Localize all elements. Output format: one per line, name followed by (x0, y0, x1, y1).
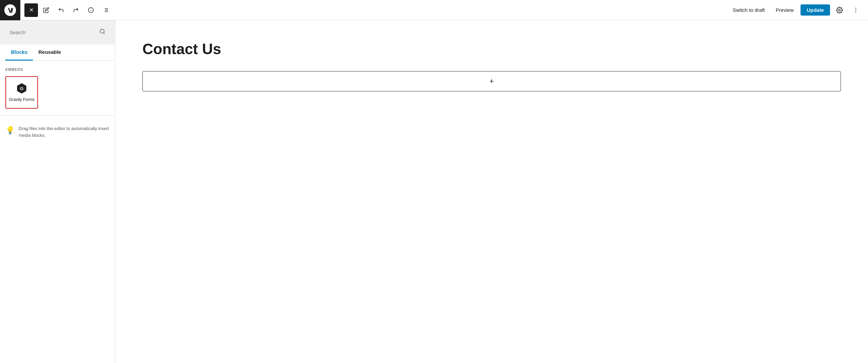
info-button[interactable] (84, 3, 98, 17)
svg-point-12 (855, 12, 856, 13)
sidebar: Blocks Reusable EMBEDS G Gravity Forms 💡 (0, 20, 115, 363)
tip-section: 💡 Drag files into the editor to automati… (0, 119, 115, 145)
preview-button[interactable]: Preview (772, 4, 798, 16)
list-view-button[interactable] (99, 3, 113, 17)
tip-text: Drag files into the editor to automatica… (19, 125, 110, 138)
undo-button[interactable] (54, 3, 68, 17)
tip-icon: 💡 (5, 126, 15, 135)
gravity-forms-label: Gravity Forms (9, 97, 34, 103)
toolbar: ✕ Switch to draft Preview Update (0, 0, 868, 20)
toolbar-left: ✕ (20, 3, 723, 17)
section-label-embeds: EMBEDS (0, 61, 115, 75)
gravity-forms-block[interactable]: G Gravity Forms (5, 76, 38, 109)
close-button[interactable]: ✕ (24, 3, 38, 17)
page-title: Contact Us (142, 41, 841, 58)
settings-button[interactable] (833, 3, 846, 17)
add-block-plus: + (490, 77, 494, 86)
search-bar (0, 20, 115, 44)
update-button[interactable]: Update (801, 4, 830, 16)
more-options-button[interactable] (849, 3, 863, 17)
redo-button[interactable] (69, 3, 83, 17)
svg-text:G: G (20, 86, 24, 91)
add-block-button[interactable]: + (142, 71, 841, 91)
svg-point-11 (855, 9, 856, 10)
search-input[interactable] (9, 29, 99, 35)
wp-logo (0, 0, 20, 20)
edit-button[interactable] (39, 3, 53, 17)
tab-reusable[interactable]: Reusable (33, 44, 66, 61)
svg-point-9 (839, 9, 841, 11)
gravity-forms-icon: G (16, 82, 28, 94)
main-layout: Blocks Reusable EMBEDS G Gravity Forms 💡 (0, 20, 868, 363)
tab-blocks[interactable]: Blocks (5, 44, 33, 61)
tabs: Blocks Reusable (0, 44, 115, 61)
divider (0, 115, 115, 116)
toolbar-right: Switch to draft Preview Update (723, 3, 868, 17)
switch-to-draft-button[interactable]: Switch to draft (729, 4, 769, 16)
block-grid: G Gravity Forms (0, 75, 115, 110)
search-input-wrap (5, 26, 110, 39)
svg-point-10 (855, 7, 856, 8)
svg-point-13 (100, 29, 104, 33)
svg-line-14 (103, 33, 104, 34)
content-area: Contact Us + (115, 20, 868, 363)
search-icon (99, 28, 105, 36)
